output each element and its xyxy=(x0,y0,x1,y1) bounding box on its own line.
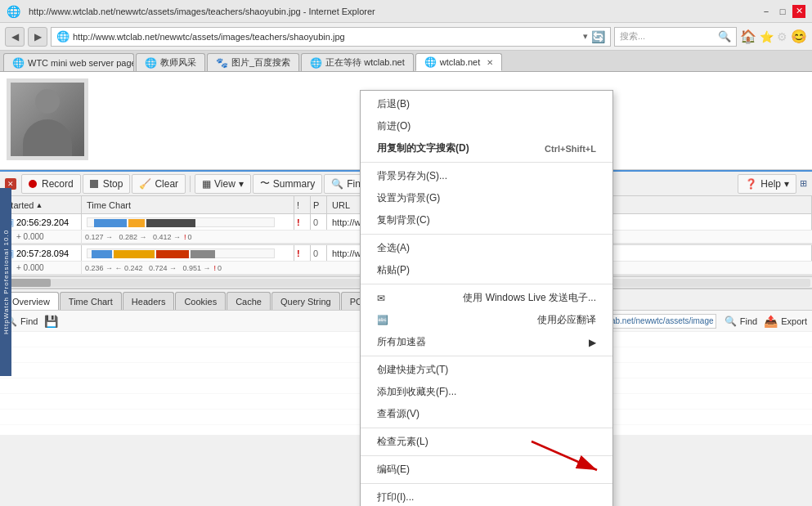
ctx-back[interactable]: 后退(B) xyxy=(361,93,612,115)
tab-0[interactable]: 🌐 WTC mini web server page xyxy=(3,53,134,71)
tab-overview[interactable]: Overview xyxy=(3,292,59,310)
row1-flag: 0 xyxy=(311,245,327,261)
settings-icon[interactable]: ⚙ xyxy=(777,30,787,43)
bottom-find-label[interactable]: Find xyxy=(20,316,38,326)
search-placeholder: 搜索... xyxy=(620,30,718,43)
row0-offset: + 0.000 xyxy=(0,231,82,243)
ctx-print-label: 打印(I)... xyxy=(377,490,414,504)
tab-cookies[interactable]: Cookies xyxy=(175,292,226,310)
ctx-sep-1 xyxy=(361,162,612,163)
ctx-paste[interactable]: 粘贴(P) xyxy=(361,259,612,281)
col-url-label: URL xyxy=(332,200,350,210)
ctx-search-with-copied[interactable]: 用复制的文字搜索(D) Ctrl+Shift+L xyxy=(361,137,612,159)
close-button[interactable]: ✕ xyxy=(792,5,805,18)
ctx-acc-arrow: ▶ xyxy=(589,337,596,348)
record-button[interactable]: Record xyxy=(21,174,81,194)
ctx-send-label: 使用 Windows Live 发送电子... xyxy=(463,291,596,305)
row1-started-val: 20:57:28.094 xyxy=(16,249,69,258)
user-icon: 😊 xyxy=(791,29,807,44)
maximize-button[interactable]: □ xyxy=(776,5,789,18)
toolbar-separator-1 xyxy=(190,176,191,192)
row1-bar-3 xyxy=(156,250,189,258)
help-dropdown-icon: ▾ xyxy=(784,178,789,190)
ctx-view-source[interactable]: 查看源(V) xyxy=(361,403,612,425)
export-label[interactable]: Export xyxy=(781,316,807,326)
ctx-set-bg-label: 设置为背景(G) xyxy=(377,191,440,205)
ctx-favorites-label: 添加到收藏夹(F)... xyxy=(377,385,456,399)
expand-icon[interactable]: ⊞ xyxy=(800,178,807,189)
export-find-label[interactable]: Find xyxy=(740,316,757,326)
ctx-save-bg[interactable]: 背景另存为(S)... xyxy=(361,165,612,187)
col-header-chart[interactable]: Time Chart xyxy=(82,196,294,213)
forward-button[interactable]: ▶ xyxy=(28,27,47,47)
ctx-sep-2 xyxy=(361,234,612,235)
address-text: http://www.wtclab.net/newwtc/assets/imag… xyxy=(73,32,580,42)
tab-label-4: wtclab.net xyxy=(440,57,481,67)
summary-icon: 〜 xyxy=(260,177,270,190)
tab-timechart[interactable]: Time Chart xyxy=(60,292,122,310)
view-label: View xyxy=(214,178,236,190)
tab-label-3: 正在等待 wtclab.net xyxy=(325,56,405,69)
ctx-copy-bg[interactable]: 复制背景(C) xyxy=(361,209,612,231)
back-button[interactable]: ◀ xyxy=(5,27,25,47)
export-icon[interactable]: 📤 xyxy=(764,315,778,328)
col-header-started[interactable]: Started ▲ xyxy=(0,196,82,213)
record-label: Record xyxy=(42,178,74,190)
tab-3[interactable]: 🌐 正在等待 wtclab.net xyxy=(301,53,414,71)
ctx-forward-label: 前进(O) xyxy=(377,119,410,133)
tab-icon-4: 🌐 xyxy=(424,56,437,68)
summary-button[interactable]: 〜 Summary xyxy=(253,174,322,194)
tab-4[interactable]: 🌐 wtclab.net ✕ xyxy=(415,53,503,71)
search-bar[interactable]: 搜索... 🔍 xyxy=(614,27,737,47)
row1-num: 0 xyxy=(218,264,222,272)
tab-querystring[interactable]: Query String xyxy=(271,292,340,310)
ctx-forward[interactable]: 前进(O) xyxy=(361,115,612,137)
minimize-button[interactable]: − xyxy=(760,5,773,18)
ctx-translate-label: 使用必应翻译 xyxy=(537,313,596,327)
ctx-paste-label: 粘贴(P) xyxy=(377,263,410,277)
ctx-save-bg-label: 背景另存为(S)... xyxy=(377,169,447,183)
bottom-save-icon[interactable]: 💾 xyxy=(44,315,58,328)
tab-2[interactable]: 🐾 图片_百度搜索 xyxy=(207,53,299,71)
ctx-copy-bg-label: 复制背景(C) xyxy=(377,213,430,227)
ctx-create-shortcut[interactable]: 创建快捷方式(T) xyxy=(361,359,612,381)
ctx-acc-label: 所有加速器 xyxy=(377,335,426,349)
tab-headers[interactable]: Headers xyxy=(123,292,175,310)
ctx-set-bg[interactable]: 设置为背景(G) xyxy=(361,187,612,209)
row0-timing-val: 0.127 → 0.282 → 0.412 → xyxy=(85,233,181,241)
ctx-search-copied-label: 用复制的文字搜索(D) xyxy=(377,141,469,155)
ctx-send-icon: ✉ xyxy=(377,293,385,304)
ctx-encoding-label: 编码(E) xyxy=(377,463,410,477)
ctx-print[interactable]: 打印(I)... xyxy=(361,486,612,506)
col-header-excl[interactable]: ! xyxy=(294,196,311,213)
tab-cache[interactable]: Cache xyxy=(227,292,271,310)
stop-button[interactable]: Stop xyxy=(83,174,131,194)
view-icon: ▦ xyxy=(202,178,211,190)
address-bar[interactable]: 🌐 http://www.wtclab.net/newwtc/assets/im… xyxy=(51,27,611,47)
stop-icon xyxy=(90,180,98,188)
help-button[interactable]: ❓ Help ▾ xyxy=(738,174,796,194)
ctx-sep-3 xyxy=(361,284,612,284)
ctx-back-label: 后退(B) xyxy=(377,97,410,111)
tab-close-4[interactable]: ✕ xyxy=(487,58,493,67)
view-button[interactable]: ▦ View ▾ xyxy=(195,174,251,194)
row0-excl-val: ! xyxy=(297,217,300,227)
ctx-translate[interactable]: 🔤 使用必应翻译 xyxy=(361,309,612,331)
ctx-send-email[interactable]: ✉ 使用 Windows Live 发送电子... xyxy=(361,287,612,309)
favorites-icon[interactable]: ⭐ xyxy=(760,30,774,43)
tab-cache-label: Cache xyxy=(236,297,262,307)
ctx-sep-4 xyxy=(361,356,612,356)
row0-started-val: 20:56:29.204 xyxy=(16,217,69,227)
ctx-add-favorites[interactable]: 添加到收藏夹(F)... xyxy=(361,381,612,403)
tabs-bar: 🌐 WTC mini web server page 🌐 教师风采 🐾 图片_百… xyxy=(0,51,812,72)
ctx-accelerators[interactable]: 所有加速器 ▶ xyxy=(361,331,612,353)
row1-chart xyxy=(82,245,294,261)
col-header-flag[interactable]: P xyxy=(311,196,327,213)
tab-1[interactable]: 🌐 教师风采 xyxy=(136,53,205,71)
clear-button[interactable]: 🧹 Clear xyxy=(132,174,186,194)
window-title: http://www.wtclab.net/newwtc/assets/imag… xyxy=(29,7,375,16)
ctx-select-all[interactable]: 全选(A) xyxy=(361,237,612,259)
home-icon[interactable]: 🏠 xyxy=(740,29,756,44)
row1-bar-2 xyxy=(114,250,155,258)
ctx-select-all-label: 全选(A) xyxy=(377,241,410,255)
